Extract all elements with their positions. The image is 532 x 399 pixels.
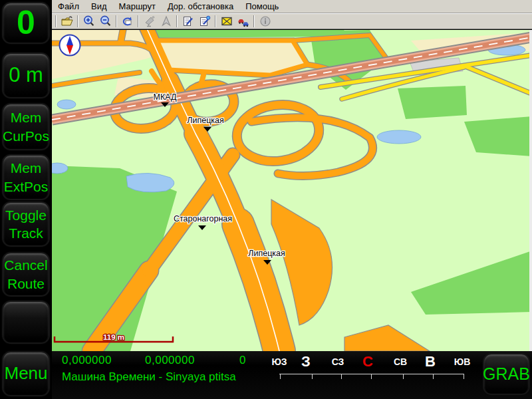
menu-route[interactable]: Маршрут: [113, 1, 162, 12]
open-folder-icon: [61, 15, 74, 28]
button-label: Cancel: [4, 256, 47, 274]
button-label: Mem: [11, 159, 42, 177]
sidebar-button-counter[interactable]: 0: [2, 2, 50, 44]
button-label: GRAB: [483, 364, 530, 384]
info-icon: [259, 15, 272, 28]
sidebar-button-toggle-track[interactable]: Toggle Track: [2, 201, 50, 247]
toolbar-separator: [138, 15, 139, 27]
zoom-out-button[interactable]: [97, 15, 114, 29]
street-label: Липецкая: [187, 116, 224, 125]
sidebar-button-mem-curpos[interactable]: Mem CurPos: [2, 103, 50, 150]
toolbar: [52, 13, 532, 29]
zoom-in-button[interactable]: [80, 15, 97, 29]
edit-poi-button[interactable]: [196, 15, 213, 29]
zoom-in-icon: [82, 15, 96, 28]
grab-button[interactable]: GRAB: [483, 353, 530, 395]
button-label: 0 m: [9, 62, 43, 88]
menu-help[interactable]: Помощь: [239, 1, 285, 12]
status-bar: 0,000000 0,000000 0 ЮЗ З СЗ С СВ В ЮВ Ма…: [52, 351, 532, 399]
menu-bar: Файл Вид Маршрут Дор. обстановка Помощь: [52, 0, 532, 13]
sidebar-button-mem-extpos[interactable]: Mem ExtPos: [2, 154, 50, 200]
scale-label: 119 m: [103, 333, 124, 341]
speed-value: 0: [219, 354, 246, 367]
button-label: CurPos: [3, 127, 49, 145]
app-window: 0 0 m Mem CurPos Mem ExtPos Toggle Track…: [0, 0, 532, 399]
longitude-value: 0,000000: [145, 354, 195, 367]
edit-route-icon: [182, 15, 195, 28]
edit-route-button[interactable]: [180, 15, 196, 29]
toolbar-separator: [176, 15, 178, 27]
message-button[interactable]: [218, 15, 235, 29]
compass-rose-icon: [60, 35, 80, 56]
satellite-icon: [143, 15, 156, 28]
sidebar-button-cancel-route[interactable]: Cancel Route: [2, 252, 50, 297]
sidebar-button-distance[interactable]: 0 m: [2, 53, 50, 98]
compass-point-ne: СВ: [394, 356, 407, 367]
traffic-icon: [237, 15, 250, 28]
button-label: 0: [17, 1, 35, 45]
menu-traffic[interactable]: Дор. обстановка: [162, 1, 239, 12]
zoom-out-icon: [99, 15, 112, 28]
toolbar-separator: [253, 15, 255, 27]
button-label: ExtPos: [4, 178, 49, 196]
open-folder-button[interactable]: [59, 15, 75, 29]
satellite-button[interactable]: [141, 15, 158, 29]
button-label: Mem: [11, 108, 42, 126]
compass-point-w: З: [301, 353, 311, 370]
map-right-edge: [529, 30, 532, 351]
button-label: Track: [9, 224, 43, 242]
menu-view[interactable]: Вид: [85, 1, 113, 12]
map-canvas: МКАД Липецкая Старонагорная Липецкая 1: [52, 30, 532, 351]
toolbar-separator: [215, 15, 216, 27]
sidebar-button-menu[interactable]: Menu: [2, 351, 50, 396]
latitude-value: 0,000000: [62, 354, 112, 367]
navigate-arrow-icon: [160, 15, 173, 28]
now-playing-text: Машина Времени - Sinyaya ptitsa: [62, 370, 236, 384]
button-label: Menu: [4, 362, 47, 385]
message-icon: [220, 15, 233, 28]
rotate-map-button[interactable]: [119, 15, 136, 29]
info-button[interactable]: [257, 15, 273, 29]
menu-file[interactable]: Файл: [52, 1, 85, 12]
sidebar-button-blank[interactable]: [2, 301, 50, 344]
street-label: Старонагорная: [174, 214, 232, 223]
compass-point-n: С: [362, 353, 373, 370]
toolbar-separator: [55, 15, 57, 27]
edit-poi-icon: [198, 15, 211, 28]
compass-point-nw: СЗ: [332, 356, 344, 367]
navigate-arrow-button[interactable]: [158, 15, 174, 29]
button-label: Route: [7, 275, 45, 293]
street-label: Липецкая: [248, 249, 285, 258]
compass-point-se: ЮВ: [454, 356, 471, 367]
toolbar-separator: [116, 15, 117, 27]
compass-point-sw: ЮЗ: [271, 356, 287, 367]
compass-point-e: В: [425, 353, 436, 370]
map-viewport[interactable]: МКАД Липецкая Старонагорная Липецкая 1: [52, 30, 532, 351]
traffic-button[interactable]: [235, 15, 251, 29]
compass-ruler: [279, 374, 464, 379]
button-label: Toggle: [5, 206, 47, 224]
rotate-map-icon: [121, 15, 134, 28]
toolbar-separator: [77, 15, 78, 27]
street-label: МКАД: [154, 92, 177, 102]
